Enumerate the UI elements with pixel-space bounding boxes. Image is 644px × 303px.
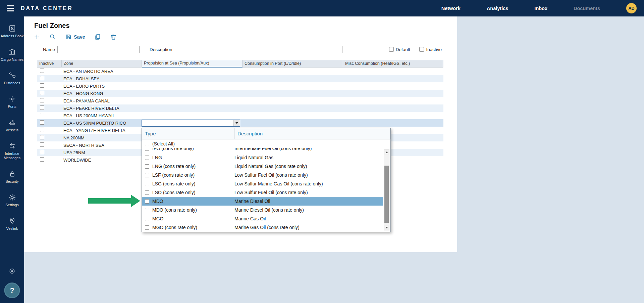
sidebar-item-distances[interactable]: Distances	[0, 72, 24, 85]
zone-cell[interactable]: ECA - YANGTZE RIVER DELTA	[61, 128, 142, 133]
dropdown-item[interactable]: MGO Marine Gas Oil	[142, 214, 383, 223]
zone-cell[interactable]: ECA - HONG KONG	[61, 91, 142, 96]
hamburger-menu-icon[interactable]	[7, 5, 15, 11]
nav-inbox[interactable]: Inbox	[534, 6, 547, 11]
table-row[interactable]: ECA - EURO PORTS	[37, 82, 443, 90]
dropdown-item-highlighted[interactable]: MDO Marine Diesel Oil	[142, 197, 383, 206]
row-inactive-checkbox[interactable]	[40, 105, 44, 110]
zone-cell[interactable]: ECA - EURO PORTS	[61, 84, 142, 89]
zone-cell[interactable]: ECA - BOHAI SEA	[61, 76, 142, 81]
sidebar-item-ports[interactable]: Ports	[0, 95, 24, 109]
dropdown-col-description[interactable]: Description	[234, 128, 376, 139]
row-inactive-checkbox[interactable]	[40, 76, 44, 80]
dropdown-scrollbar[interactable]	[384, 149, 389, 230]
col-header-consumption[interactable]: Consumption in Port (L/D/Idle)	[243, 60, 343, 68]
item-checkbox[interactable]	[145, 190, 149, 195]
dropdown-item[interactable]: LSF (cons rate only) Low Sulfur Fuel Oil…	[142, 171, 383, 179]
scroll-up-button[interactable]	[384, 149, 389, 155]
item-checkbox[interactable]	[145, 199, 149, 204]
item-checkbox[interactable]	[145, 208, 149, 212]
scroll-thumb[interactable]	[384, 166, 389, 223]
row-inactive-checkbox[interactable]	[40, 98, 44, 102]
col-header-zone[interactable]: Zone	[62, 60, 142, 68]
row-inactive-checkbox[interactable]	[40, 128, 44, 132]
table-row[interactable]: ECA - US 200NM HAWAII	[37, 112, 443, 119]
item-checkbox[interactable]	[145, 173, 149, 177]
row-inactive-checkbox[interactable]	[40, 83, 44, 88]
dropdown-item-clipped[interactable]: IFO (cons rate only) Intermediate Fuel O…	[142, 148, 383, 153]
row-inactive-checkbox[interactable]	[40, 113, 44, 117]
help-button[interactable]: ?	[4, 283, 20, 298]
dropdown-item[interactable]: MDO (cons rate only) Marine Diesel Oil (…	[142, 206, 383, 214]
zone-cell[interactable]: ECA - ANTARCTIC AREA	[61, 69, 142, 74]
col-header-propulsion[interactable]: Propulsion at Sea (Propulsion/Aux)	[142, 60, 243, 68]
dropdown-item[interactable]: MGO (cons rate only) Marine Gas Oil (con…	[142, 223, 383, 232]
item-checkbox[interactable]	[145, 182, 149, 186]
zone-cell[interactable]: ECA - US 50NM PUERTO RICO	[61, 121, 142, 126]
col-header-inactive[interactable]: Inactive	[37, 60, 62, 68]
zone-cell[interactable]: ECA - PEARL RIVER DELTA	[61, 106, 142, 111]
sidebar-item-interface-messages[interactable]: Interface Messages	[0, 142, 24, 160]
item-checkbox[interactable]	[145, 225, 149, 230]
row-inactive-checkbox[interactable]	[40, 120, 44, 125]
sidebar-item-settings[interactable]: Settings	[0, 193, 24, 207]
search-button[interactable]	[49, 34, 56, 40]
combobox-dropdown-button[interactable]	[233, 120, 240, 126]
propulsion-fuel-combobox[interactable]	[142, 120, 240, 127]
col-header-misc[interactable]: Misc Consumption (Heat/IGS, etc.)	[343, 60, 443, 68]
table-row[interactable]: ECA - PEARL RIVER DELTA	[37, 104, 443, 112]
item-checkbox[interactable]	[145, 164, 149, 169]
table-row[interactable]: ECA - HONG KONG	[37, 90, 443, 97]
add-button[interactable]	[34, 34, 40, 40]
sidebar-item-veslink[interactable]: Veslink	[0, 217, 24, 231]
sidebar-item-address-book[interactable]: Address Book	[0, 25, 24, 38]
dropdown-select-all[interactable]: (Select All)	[142, 139, 383, 148]
zone-cell[interactable]: USA 25NM	[61, 150, 142, 155]
name-input[interactable]	[57, 46, 140, 53]
zone-cell[interactable]: ECA - US 200NM HAWAII	[61, 113, 142, 118]
row-inactive-checkbox[interactable]	[40, 91, 44, 95]
zone-cell[interactable]: WORLDWIDE	[61, 158, 142, 163]
annotation-arrow-head	[131, 195, 140, 207]
default-filter[interactable]: Default	[389, 47, 410, 52]
zone-cell[interactable]: NA 200NM	[61, 135, 142, 140]
description-input[interactable]	[175, 46, 342, 53]
user-avatar[interactable]: AD	[626, 3, 637, 13]
copy-button[interactable]	[94, 34, 101, 40]
dropdown-item[interactable]: LNG (cons rate only) Liquid Natural Gas …	[142, 162, 383, 171]
select-all-checkbox[interactable]	[145, 142, 149, 146]
row-inactive-checkbox[interactable]	[40, 69, 44, 73]
item-checkbox[interactable]	[145, 156, 149, 160]
dropdown-col-type[interactable]: Type	[142, 128, 234, 139]
inactive-filter[interactable]: Inactive	[419, 47, 442, 52]
table-row[interactable]: ECA - BOHAI SEA	[37, 75, 443, 82]
zone-cell[interactable]: ECA - PANAMA CANAL	[61, 98, 142, 103]
nav-analytics[interactable]: Analytics	[487, 6, 508, 11]
nav-network[interactable]: Network	[441, 6, 461, 11]
default-checkbox[interactable]	[389, 47, 394, 52]
table-row[interactable]: ECA - ANTARCTIC AREA	[37, 68, 443, 75]
row-inactive-checkbox[interactable]	[40, 135, 44, 139]
sidebar-item-security[interactable]: Security	[0, 170, 24, 184]
row-inactive-checkbox[interactable]	[40, 142, 44, 147]
sidebar-item-vessels[interactable]: Vessels	[0, 119, 24, 132]
sidebar-item-label: Settings	[5, 203, 19, 207]
delete-button[interactable]	[110, 34, 117, 40]
table-row[interactable]: ECA - PANAMA CANAL	[37, 97, 443, 104]
zone-cell[interactable]: SECA - NORTH SEA	[61, 143, 142, 148]
row-inactive-checkbox[interactable]	[40, 150, 44, 154]
app-title: DATA CENTER	[21, 5, 73, 11]
sidebar-item-cargo-names[interactable]: Cargo Names	[0, 48, 24, 62]
dropdown-item-description: Marine Diesel Oil	[234, 199, 270, 204]
item-checkbox[interactable]	[145, 217, 149, 221]
inactive-checkbox[interactable]	[419, 47, 424, 52]
dropdown-item[interactable]: LSO (cons rate only) Low Sulfur Fuel Oil…	[142, 188, 383, 197]
row-inactive-checkbox[interactable]	[40, 157, 44, 162]
dropdown-item[interactable]: LNG Liquid Natural Gas	[142, 153, 383, 162]
save-button[interactable]: Save	[65, 34, 85, 40]
scroll-down-button[interactable]	[384, 225, 389, 230]
item-checkbox[interactable]	[145, 148, 149, 151]
table-row-selected[interactable]: ECA - US 50NM PUERTO RICO	[37, 119, 443, 127]
dropdown-item[interactable]: LSG (cons rate only) Low Sulfur Marine G…	[142, 179, 383, 188]
sidebar-item-partial[interactable]	[8, 267, 16, 276]
